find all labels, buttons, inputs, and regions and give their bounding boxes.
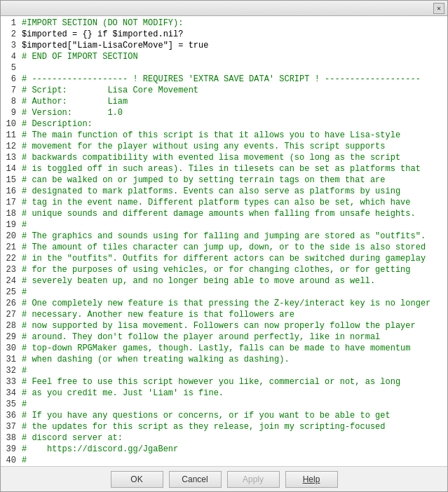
line-content: # <box>20 287 430 298</box>
table-row: 9# Version: 1.0 <box>1 107 430 118</box>
line-content <box>20 62 430 74</box>
line-number: 20 <box>1 231 20 242</box>
line-number: 26 <box>1 298 20 309</box>
code-scroll[interactable]: 1#IMPORT SECTION (DO NOT MODIFY):2$impor… <box>1 16 447 466</box>
line-number: 19 <box>1 219 20 231</box>
table-row: 18# unique sounds and different damage a… <box>1 208 430 219</box>
apply-button[interactable]: Apply <box>227 471 280 488</box>
line-number: 2 <box>1 29 20 40</box>
help-button[interactable]: Help <box>285 471 338 488</box>
table-row: 11# The main function of this script is … <box>1 130 430 141</box>
line-content: # discord server at: <box>20 432 430 444</box>
line-content: # <box>20 399 430 410</box>
line-content: # for the purposes of using vehicles, or… <box>20 264 430 275</box>
table-row: 6# ------------------- ! REQUIRES 'EXTRA… <box>1 74 430 85</box>
line-number: 6 <box>1 74 20 85</box>
table-row: 2$imported = {} if $imported.nil? <box>1 29 430 40</box>
line-number: 8 <box>1 96 20 107</box>
line-number: 40 <box>1 455 20 466</box>
script-editor-window: ✕ 1#IMPORT SECTION (DO NOT MODIFY):2$imp… <box>0 0 448 492</box>
line-content: #IMPORT SECTION (DO NOT MODIFY): <box>20 18 430 29</box>
line-number: 1 <box>1 18 20 29</box>
line-number: 39 <box>1 444 20 455</box>
line-content: # unique sounds and different damage amo… <box>20 208 430 219</box>
cancel-button[interactable]: Cancel <box>169 471 222 488</box>
code-table: 1#IMPORT SECTION (DO NOT MODIFY):2$impor… <box>1 18 430 466</box>
line-content: # The main function of this script is th… <box>20 130 430 141</box>
table-row: 16# designated to mark platforms. Events… <box>1 186 430 197</box>
line-content: # One completely new feature is that pre… <box>20 298 430 309</box>
line-number: 32 <box>1 365 20 376</box>
line-content: # the updates for this script as they re… <box>20 421 430 432</box>
table-row: 34# as you credit me. Just 'Liam' is fin… <box>1 388 430 399</box>
line-number: 28 <box>1 320 20 332</box>
line-number: 18 <box>1 208 20 219</box>
line-number: 5 <box>1 62 20 74</box>
table-row: 19# <box>1 219 430 231</box>
table-row: 3$imported["Liam-LisaCoreMove"] = true <box>1 40 430 51</box>
table-row: 31# when dashing (or when treating walki… <box>1 354 430 365</box>
table-row: 25# <box>1 287 430 298</box>
line-content: # ------------------- ! REQUIRES 'EXTRA … <box>20 74 430 85</box>
line-number: 3 <box>1 40 20 51</box>
table-row: 14# is toggled off in such areas). Tiles… <box>1 163 430 175</box>
table-row: 22# in the "outfits". Outfits for differ… <box>1 253 430 264</box>
line-content: # severely beaten up, and no longer bein… <box>20 275 430 287</box>
ok-button[interactable]: OK <box>111 471 163 488</box>
line-content: # https://discord.gg/JgaBenr <box>20 444 430 455</box>
table-row: 1#IMPORT SECTION (DO NOT MODIFY): <box>1 18 430 29</box>
line-number: 34 <box>1 388 20 399</box>
line-content: # Script: Lisa Core Movement <box>20 85 430 96</box>
title-bar: ✕ <box>1 1 447 16</box>
line-number: 31 <box>1 354 20 365</box>
line-number: 14 <box>1 163 20 175</box>
line-content: # tag in the event name. Different platf… <box>20 197 430 208</box>
line-number: 33 <box>1 376 20 388</box>
table-row: 10# Description: <box>1 118 430 130</box>
table-row: 4# END OF IMPORT SECTION <box>1 51 430 62</box>
close-button[interactable]: ✕ <box>433 3 444 14</box>
line-content: # END OF IMPORT SECTION <box>20 51 430 62</box>
line-number: 4 <box>1 51 20 62</box>
table-row: 15# can be walked on or jumped to by set… <box>1 175 430 186</box>
line-content: # movement for the player without using … <box>20 141 430 152</box>
line-content: $imported["Liam-LisaCoreMove"] = true <box>20 40 430 51</box>
table-row: 37# the updates for this script as they … <box>1 421 430 432</box>
table-row: 33# Feel free to use this script however… <box>1 376 430 388</box>
table-row: 20# The graphics and sounds using for fa… <box>1 231 430 242</box>
line-content: # Author: Liam <box>20 96 430 107</box>
table-row: 27# necessary. Another new feature is th… <box>1 309 430 320</box>
table-row: 8# Author: Liam <box>1 96 430 107</box>
table-row: 29# around. They don't follow the player… <box>1 332 430 343</box>
table-row: 28# now supported by lisa movement. Foll… <box>1 320 430 332</box>
bottom-bar: OK Cancel Apply Help <box>1 466 447 491</box>
table-row: 36# If you have any questions or concern… <box>1 410 430 421</box>
line-content: # The amount of tiles character can jump… <box>20 242 430 253</box>
line-content: # can be walked on or jumped to by setti… <box>20 175 430 186</box>
table-row: 30# top-down RPGMaker games, though. Las… <box>1 343 430 354</box>
line-number: 23 <box>1 264 20 275</box>
line-number: 13 <box>1 152 20 163</box>
line-number: 27 <box>1 309 20 320</box>
table-row: 7# Script: Lisa Core Movement <box>1 85 430 96</box>
line-content: # <box>20 219 430 231</box>
table-row: 21# The amount of tiles character can ju… <box>1 242 430 253</box>
table-row: 32# <box>1 365 430 376</box>
line-content: # If you have any questions or concerns,… <box>20 410 430 421</box>
line-content: # designated to mark platforms. Events c… <box>20 186 430 197</box>
line-content: # Description: <box>20 118 430 130</box>
table-row: 17# tag in the event name. Different pla… <box>1 197 430 208</box>
line-number: 30 <box>1 343 20 354</box>
line-content: # necessary. Another new feature is that… <box>20 309 430 320</box>
line-content: # around. They don't follow the player a… <box>20 332 430 343</box>
line-number: 15 <box>1 175 20 186</box>
line-content: # now supported by lisa movement. Follow… <box>20 320 430 332</box>
table-row: 24# severely beaten up, and no longer be… <box>1 275 430 287</box>
line-number: 12 <box>1 141 20 152</box>
table-row: 12# movement for the player without usin… <box>1 141 430 152</box>
line-number: 37 <box>1 421 20 432</box>
line-content: # Version: 1.0 <box>20 107 430 118</box>
line-number: 10 <box>1 118 20 130</box>
line-content: # in the "outfits". Outfits for differen… <box>20 253 430 264</box>
table-row: 5 <box>1 62 430 74</box>
